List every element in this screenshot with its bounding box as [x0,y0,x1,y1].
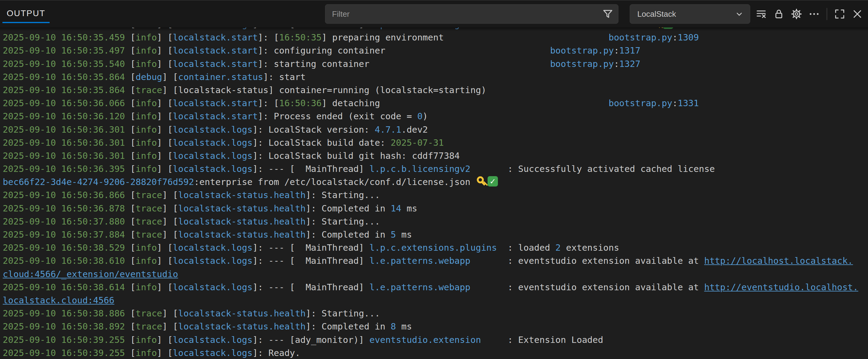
log-text: ]: Ready. [253,348,300,358]
source-file-link[interactable]: bootstrap.py [550,59,614,69]
log-line: bec66f22-3d4e-4274-9206-28820f76d592:ent… [0,175,868,189]
log-text: ]: Starting... [306,216,380,227]
log-text: ]: --- [ MainThread] [253,27,370,30]
log-text: localstack.logs [173,27,253,30]
url-link[interactable]: http://localhost.localstack. [704,256,853,266]
log-text: ] [ [157,164,173,174]
log-text: ] [ [157,27,173,30]
log-text: debug [136,72,162,82]
log-text: ]: LocalStack build date: [253,137,391,148]
log-line: 2025-09-10 16:50:36.878 [trace] [localst… [0,202,868,215]
log-line: 2025-09-10 16:50:38.529 [info] [localsta… [0,241,868,254]
maximize-panel-icon [834,8,846,20]
ellipsis-icon [808,8,820,20]
log-text: : Extension Loaded [481,335,603,345]
log-text: localstack.logs [173,242,253,253]
source-file-link[interactable]: 1309 [678,32,699,42]
log-scroll-area[interactable]: 2025-09-10 16:50:35.427 [info] [localsta… [0,27,868,359]
log-text: 2025-09-10 16:50:35.459 [3,32,130,42]
log-text: localstack.logs [173,124,253,135]
filter-input[interactable] [326,9,599,19]
log-text: ] preparing environment [322,32,444,42]
log-text: ] [ [162,190,178,200]
log-text: : eventstudio extension available at [470,282,704,292]
log-text: [ [130,256,135,266]
log-text: info [136,98,157,108]
log-text: localstack.logs [173,335,253,345]
log-text: trace [136,85,162,95]
filter-options-button[interactable] [599,5,616,23]
log-text: 2025-09-10 16:50:38.614 [3,282,130,292]
log-text: : [614,59,619,69]
settings-button[interactable] [790,7,803,21]
log-text: ] [ [157,98,173,108]
log-text: ms [396,321,412,332]
log-line: localstack.cloud:4566 [0,294,868,307]
more-actions-button[interactable] [807,7,821,21]
source-file-link[interactable]: bootstrap.py [550,45,614,56]
log-text: ] [ [157,45,173,56]
actions-divider [827,8,827,20]
log-text: ]: Starting... [306,190,380,200]
log-text: [ [130,45,135,56]
log-text: [ [130,124,135,135]
log-text: ]: [ [258,98,279,108]
channel-select[interactable]: LocalStack [630,4,750,24]
log-text: 2025-09-10 16:50:36.120 [3,111,130,121]
tab-output[interactable]: OUTPUT [2,5,50,23]
log-text: info [136,45,157,56]
log-text: l.e.patterns.webapp [370,282,470,292]
source-file-link[interactable]: 1327 [619,59,640,69]
log-text: localstack.start [173,98,258,108]
log-text: ] [ [157,137,173,148]
emoji-check-icon [663,27,673,29]
clear-output-button[interactable] [754,7,768,21]
log-text: ]: --- [ MainThread] [253,164,370,174]
log-text: info [136,242,157,253]
log-text: ] [ [157,124,173,135]
source-file-link[interactable]: 1331 [678,98,699,108]
log-text: [ [130,348,135,358]
log-text: 2025-07-31 [391,137,444,148]
lock-icon [773,8,785,20]
log-text: 2025-09-10 16:50:38.529 [3,242,130,253]
log-text: 2025-09-10 16:50:36.395 [3,164,130,174]
log-text: : [614,45,619,56]
maximize-panel-button[interactable] [833,7,846,21]
tab-output-label: OUTPUT [7,8,45,18]
log-text: ]: --- [ MainThread] [253,256,370,266]
log-text: ]: LocalStack version: [253,124,375,135]
log-text: ]: start [263,72,306,82]
log-text: [ [130,190,135,200]
url-link[interactable]: http://eventstudio.localhost. [704,282,858,292]
log-text: extensions [561,242,619,253]
lock-autoscroll-button[interactable] [772,7,785,21]
source-file-link[interactable]: bootstrap.py [609,98,672,108]
log-line: 2025-09-10 16:50:38.610 [info] [localsta… [0,254,868,267]
url-link[interactable]: localstack.cloud:4566 [3,295,115,305]
panel-actions [752,4,866,24]
log-text: [ [130,27,135,30]
log-line: 2025-09-10 16:50:35.864 [trace] [localst… [0,84,868,97]
log-line: 2025-09-10 16:50:36.301 [info] [localsta… [0,150,868,162]
log-line: 2025-09-10 16:50:36.301 [info] [localsta… [0,136,868,150]
log-text: 2025-09-10 16:50:35.497 [3,45,130,56]
log-text: info [136,32,157,42]
log-text: localstack.logs [173,137,253,148]
log-text: info [136,348,157,358]
log-text: [ [130,59,135,69]
log-text: ] [ [157,59,173,69]
close-panel-button[interactable] [851,7,864,21]
log-text: info [136,111,157,121]
source-file-link[interactable]: bootstrap.py [609,32,672,42]
log-text: l.p.c.b.licensingv2 [370,164,470,174]
log-text: l.p.c.b.licensingv2 [370,27,470,30]
log-text: :enterprise from /etc/localstack/conf.d/… [194,177,476,187]
source-file-link[interactable]: 1317 [619,45,640,56]
log-text: info [136,335,157,345]
log-text: ]: Process ended (exit code = [258,111,417,121]
url-link[interactable]: cloud:4566/_extension/eventstudio [3,269,178,279]
log-text: localstack-status.health [178,216,306,227]
log-text: ms [401,203,417,214]
log-text: [ [130,282,135,292]
